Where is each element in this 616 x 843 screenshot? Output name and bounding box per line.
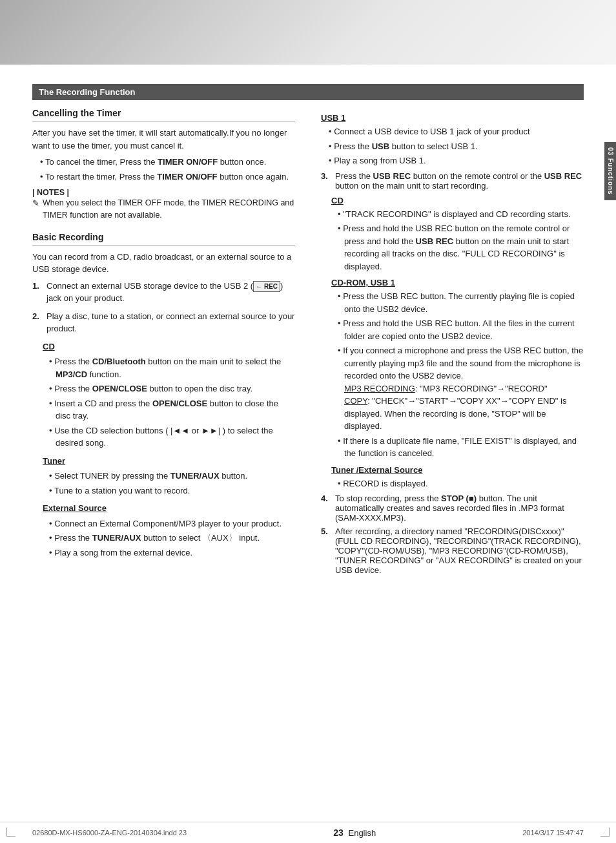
left-column: Cancelling the Timer After you have set … [32, 108, 295, 575]
header-image [0, 0, 616, 65]
list-item: Press the CD/Bluetooth button on the mai… [49, 355, 295, 380]
list-item: To cancel the timer, Press the TIMER ON/… [40, 156, 295, 169]
cd-list: Press the CD/Bluetooth button on the mai… [49, 355, 295, 450]
basic-recording-intro: You can record from a CD, radio broadcas… [32, 251, 295, 276]
cdrom-usb1-heading: CD-ROM, USB 1 [331, 278, 584, 287]
list-item: Press the USB REC button. The currently … [338, 290, 584, 315]
tuner-subsection: Tuner Select TUNER by pressing the TUNER… [43, 455, 295, 497]
cd-subsection: CD Press the CD/Bluetooth button on the … [43, 340, 295, 450]
external-source-subsection: External Source Connect an External Comp… [43, 502, 295, 559]
cdrom-usb1-list: Press the USB REC button. The currently … [338, 290, 584, 460]
list-item: Connect an External Component/MP3 player… [49, 517, 295, 530]
list-item: If you connect a microphone and press th… [338, 344, 584, 433]
cancelling-timer-section: Cancelling the Timer After you have set … [32, 108, 295, 222]
footer-page: 23 English [333, 827, 376, 838]
tuner-external-list: RECORD is displayed. [338, 477, 584, 490]
external-source-list: Connect an External Component/MP3 player… [49, 517, 295, 559]
step-1: 1. Connect an external USB storage devic… [32, 280, 295, 305]
notes-item: ✎ When you select the TIMER OFF mode, th… [32, 197, 295, 222]
list-item: To restart the timer, Press the TIMER ON… [40, 171, 295, 183]
list-item: Play a song from the external device. [49, 546, 295, 559]
section-title-bar: The Recording Function [32, 84, 584, 100]
list-item: If there is a duplicate file name, "FILE… [338, 435, 584, 460]
list-item: Press and hold the USB REC button. All t… [338, 317, 584, 342]
list-item: Tune to a station you want to record. [49, 484, 295, 497]
list-item: Use the CD selection buttons ( |◄◄ or ►►… [49, 424, 295, 450]
usb1-section: USB 1 Connect a USB device to USB 1 jack… [321, 113, 584, 167]
list-item: Press the USB button to select USB 1. [329, 140, 584, 153]
list-item: "TRACK RECORDING" is displayed and CD re… [338, 208, 584, 221]
cancelling-timer-heading: Cancelling the Timer [32, 108, 295, 121]
tuner-list: Select TUNER by pressing the TUNER/AUX b… [49, 470, 295, 497]
list-item: Select TUNER by pressing the TUNER/AUX b… [49, 470, 295, 483]
step-5: 5. After recording, a directory named "R… [321, 526, 584, 575]
two-column-layout: Cancelling the Timer After you have set … [32, 108, 584, 575]
cdrom-usb1-subsection: CD-ROM, USB 1 Press the USB REC button. … [331, 278, 584, 460]
tuner-heading: Tuner [43, 455, 295, 468]
list-item: Press and hold the USB REC button on the… [338, 222, 584, 273]
list-item: RECORD is displayed. [338, 477, 584, 490]
cancelling-timer-intro: After you have set the timer, it will st… [32, 127, 295, 152]
footer-date-info: 2014/3/17 15:47:47 [522, 829, 584, 837]
notes-block: | NOTES | ✎ When you select the TIMER OF… [32, 188, 295, 222]
list-item: Press the TUNER/AUX button to select 〈AU… [49, 532, 295, 545]
cd-heading: CD [43, 340, 295, 353]
notes-icon: ✎ [32, 197, 39, 210]
step3-cd-subsection: CD "TRACK RECORDING" is displayed and CD… [331, 196, 584, 273]
main-content: The Recording Function Cancelling the Ti… [0, 65, 616, 614]
tuner-external-heading: Tuner /External Source [331, 465, 584, 475]
step-4: 4. To stop recording, press the STOP (■)… [321, 494, 584, 523]
external-source-heading: External Source [43, 502, 295, 515]
usb1-heading: USB 1 [321, 113, 584, 123]
list-item: Connect a USB device to USB 1 jack of yo… [329, 125, 584, 138]
notes-text: When you select the TIMER OFF mode, the … [43, 197, 295, 222]
basic-recording-heading: Basic Recording [32, 232, 295, 245]
list-item: Press the OPEN/CLOSE button to open the … [49, 382, 295, 395]
right-column: USB 1 Connect a USB device to USB 1 jack… [321, 108, 584, 575]
basic-recording-steps: 1. Connect an external USB storage devic… [32, 280, 295, 559]
footer-file-info: 02680D-MX-HS6000-ZA-ENG-20140304.indd 23 [32, 829, 187, 837]
step3-cd-heading: CD [331, 196, 584, 205]
step-2: 2. Play a disc, tune to a station, or co… [32, 310, 295, 559]
step-3: 3. Press the USB REC button on the remot… [321, 171, 584, 191]
list-item: Play a song from USB 1. [329, 154, 584, 167]
basic-recording-section: Basic Recording You can record from a CD… [32, 232, 295, 559]
notes-label: | NOTES | [32, 188, 295, 197]
tuner-external-subsection: Tuner /External Source RECORD is display… [331, 465, 584, 490]
list-item: Insert a CD and press the OPEN/CLOSE but… [49, 397, 295, 422]
cancelling-timer-list: To cancel the timer, Press the TIMER ON/… [40, 156, 295, 183]
usb-icon: ← REC [253, 281, 280, 292]
step3-cd-list: "TRACK RECORDING" is displayed and CD re… [338, 208, 584, 273]
footer: 02680D-MX-HS6000-ZA-ENG-20140304.indd 23… [0, 822, 616, 843]
usb1-list: Connect a USB device to USB 1 jack of yo… [329, 125, 584, 167]
